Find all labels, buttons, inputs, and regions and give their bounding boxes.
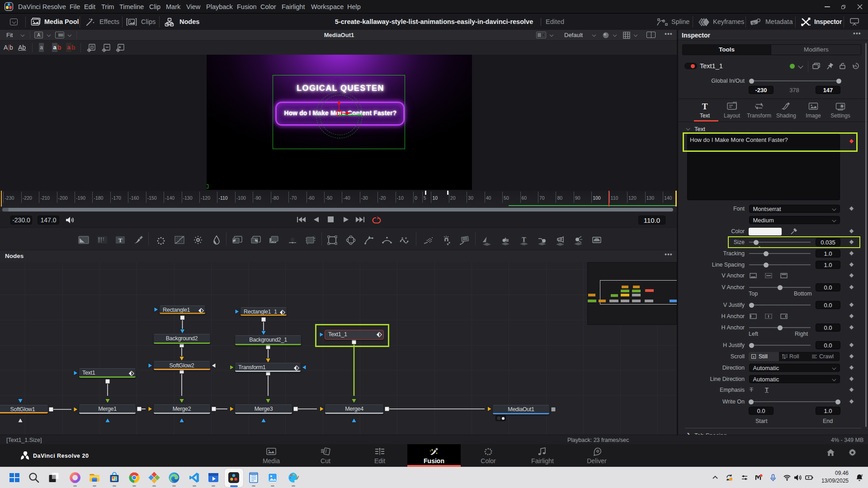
svg-text:T: T [522,236,526,243]
svg-text:T: T [118,237,123,244]
svg-text:T: T [702,102,708,111]
svg-text:z: z [861,474,863,477]
